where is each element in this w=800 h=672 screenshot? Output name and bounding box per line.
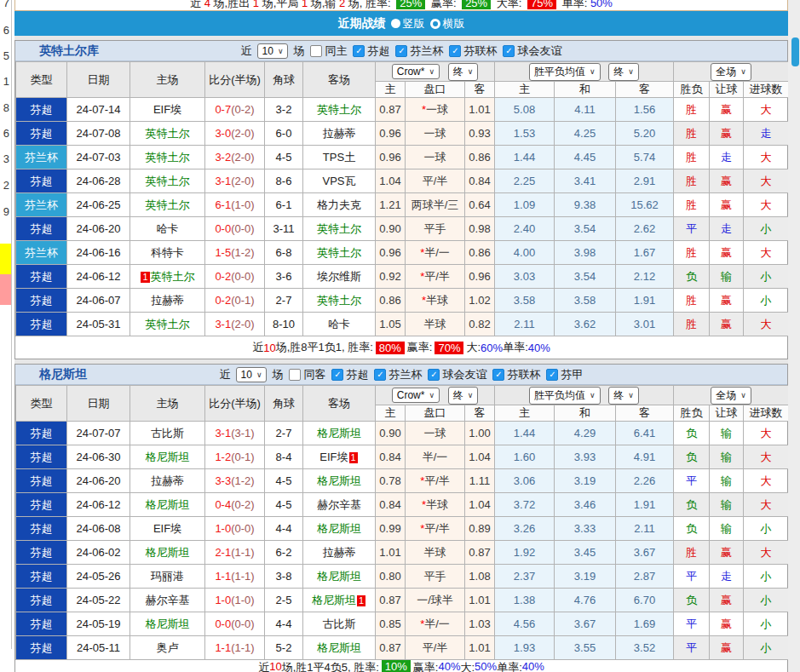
halftime-score: (1-1)	[231, 641, 254, 654]
fulltime-score: 3-0	[215, 127, 231, 140]
handicap-text: 平/半	[423, 175, 448, 187]
league-filter-checkbox[interactable]: ✓	[449, 45, 461, 57]
crow-company-select[interactable]: Crow*∨	[392, 388, 440, 403]
left-row-number: 6	[0, 24, 9, 37]
corner-cell: 6-2	[265, 541, 303, 565]
team-name-text: 英特土尔	[151, 270, 195, 283]
sub-col-avg-away: 客	[616, 82, 674, 98]
sub-col-odds-home: 主	[376, 405, 406, 422]
result-cell: 胜	[674, 193, 710, 217]
goals-cell: 小	[744, 565, 789, 589]
match-count-select[interactable]: 10∨	[236, 367, 268, 382]
corner-cell: 6-0	[265, 122, 303, 146]
result-cell: 胜	[674, 122, 710, 146]
scrollbar-track[interactable]	[788, 0, 800, 672]
text-segment: 70%	[435, 342, 463, 354]
team-name-text: 英特土尔	[146, 127, 190, 140]
score-cell: 0-2(0-1)	[205, 289, 265, 313]
same-venue-checkbox[interactable]	[289, 369, 301, 381]
team-name-text: 古比斯	[323, 617, 356, 630]
handicap-result-cell: 赢	[710, 98, 744, 122]
full-half-select[interactable]: 全场∨	[711, 387, 751, 405]
away-team-cell: VPS瓦	[303, 169, 376, 193]
team-name-text: 英特土尔	[317, 294, 361, 307]
result-cell: 胜	[674, 98, 710, 122]
halftime-score: (1-0)	[231, 594, 254, 606]
odds-home-cell: 0.96	[376, 146, 406, 169]
odds-time-select[interactable]: 终∨	[448, 63, 479, 81]
team-section-away: 格尼斯坦 近10∨场同客✓芬超✓芬兰杯✓球会友谊✓芬联杯✓芬甲 类型 日期 主场…	[14, 364, 788, 672]
text-segment: 50%	[475, 660, 497, 672]
odds-away-cell: 1.11	[465, 469, 495, 493]
chevron-down-icon: ∨	[468, 391, 474, 399]
chevron-down-icon: ∨	[740, 391, 746, 399]
match-count-select[interactable]: 10∨	[257, 43, 289, 59]
avg-time-select[interactable]: 终∨	[608, 387, 639, 405]
fulltime-score: 1-0	[215, 522, 231, 535]
halftime-score: (0-1)	[231, 294, 254, 307]
result-cell: 胜	[674, 146, 710, 169]
avg-type-select[interactable]: 胜平负均值∨	[529, 63, 601, 81]
handicap-text: 半球	[426, 498, 448, 511]
text-segment: 75%	[527, 0, 556, 9]
team-name-text: 格尼斯坦	[146, 546, 190, 559]
avg-draw-cell: 3.58	[555, 289, 616, 313]
left-clipped-column: 765186329	[0, 0, 14, 672]
radio-vertical-label[interactable]: 竖版	[403, 16, 425, 32]
radio-horizontal-layout[interactable]	[430, 19, 440, 29]
matches-table: 类型 日期 主场 比分(半场) 角球 客场 Crow*∨ 终∨ 胜平负均值∨ 终…	[15, 385, 789, 660]
corner-cell: 4-5	[265, 469, 303, 493]
avg-type-select[interactable]: 胜平负均值∨	[529, 387, 601, 405]
date-cell: 24-06-30	[67, 445, 130, 469]
date-cell: 24-07-03	[67, 146, 130, 169]
league-filter-checkbox[interactable]: ✓	[503, 45, 515, 57]
league-filter-checkbox[interactable]: ✓	[331, 369, 343, 381]
date-cell: 24-05-26	[67, 565, 130, 589]
avg-away-cell: 1.69	[616, 612, 674, 636]
handicap-cell: 平手	[406, 217, 465, 241]
fulltime-score: 0-0	[215, 617, 231, 630]
handicap-cell: 平/半	[406, 636, 465, 660]
match-row: 芬超24-07-07古比斯3-1(3-1)2-7格尼斯坦0.90一球1.001.…	[16, 422, 789, 445]
full-half-select[interactable]: 全场∨	[711, 63, 751, 81]
league-filter-checkbox[interactable]: ✓	[546, 369, 558, 381]
avg-home-cell: 1.93	[495, 636, 555, 660]
odds-away-cell: 1.04	[465, 445, 495, 469]
team-name: 格尼斯坦	[39, 367, 87, 382]
handicap-text: 一球	[426, 103, 448, 116]
league-filter-checkbox[interactable]: ✓	[395, 45, 407, 57]
halftime-score: (1-2)	[231, 246, 254, 259]
near-label: 近	[241, 43, 252, 59]
league-filter-label: 芬兰杯	[410, 43, 443, 59]
league-filter-checkbox[interactable]: ✓	[353, 45, 365, 57]
scrollbar-thumb[interactable]	[791, 37, 799, 66]
same-venue-checkbox[interactable]	[310, 45, 322, 57]
match-row: 芬超24-06-07拉赫蒂0-2(0-1)2-7英特土尔0.86*半球1.023…	[16, 289, 789, 313]
crow-company-select[interactable]: Crow*∨	[392, 64, 440, 79]
league-badge: 芬超	[16, 589, 67, 612]
radio-horizontal-label[interactable]: 横版	[443, 16, 465, 32]
text-segment: 25%	[462, 0, 491, 9]
away-team-cell: 格尼斯坦	[303, 422, 376, 445]
league-filter-checkbox[interactable]: ✓	[374, 369, 386, 381]
odds-away-cell: 0.86	[465, 146, 495, 169]
league-filter-checkbox[interactable]: ✓	[492, 369, 504, 381]
fulltime-score: 3-1	[215, 318, 231, 330]
text-segment: 近	[252, 340, 263, 355]
avg-home-cell: 4.56	[495, 612, 555, 636]
chevron-down-icon: ∨	[429, 67, 435, 76]
col-home: 主场	[130, 62, 205, 98]
text-segment: 10	[263, 342, 275, 354]
avg-home-cell: 1.38	[495, 589, 555, 612]
home-team-cell: 格尼斯坦	[130, 612, 205, 636]
sub-col-avg-draw: 和	[555, 405, 616, 422]
radio-vertical-layout[interactable]	[391, 19, 400, 28]
team-name-text: 拉赫蒂	[151, 294, 184, 307]
league-filter-checkbox[interactable]: ✓	[428, 369, 440, 381]
score-cell: 1-0(1-0)	[205, 589, 265, 612]
avg-draw-cell: 3.98	[555, 241, 616, 265]
avg-time-select[interactable]: 终∨	[608, 63, 639, 81]
goals-cell: 大	[744, 469, 789, 493]
odds-time-select[interactable]: 终∨	[448, 387, 479, 405]
select-value: 10	[241, 369, 252, 381]
